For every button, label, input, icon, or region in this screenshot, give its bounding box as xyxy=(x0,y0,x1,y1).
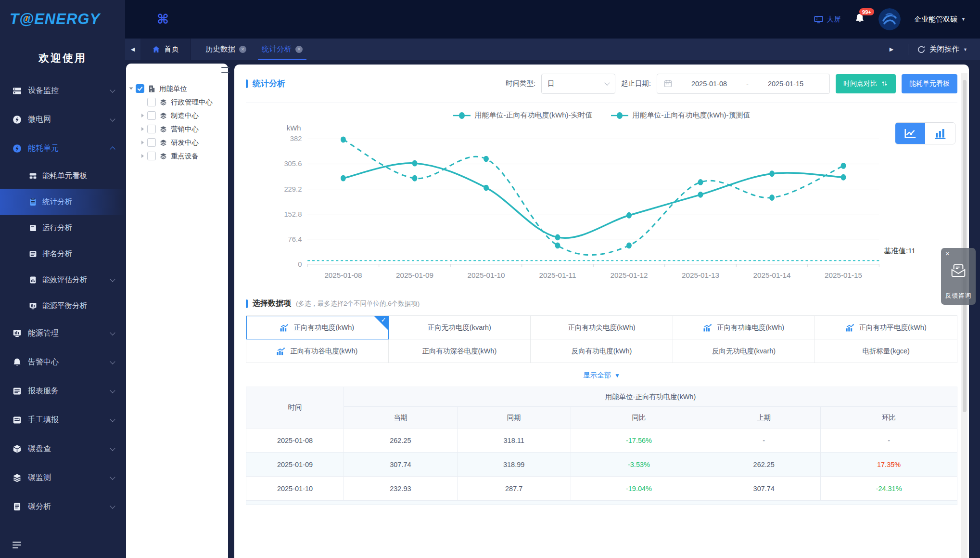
selector-note: (多选，最多选择2个不同单位的,6个数据项) xyxy=(296,299,420,308)
monitor-icon xyxy=(814,15,823,24)
tab-home[interactable]: 首页 xyxy=(140,39,191,60)
checkbox[interactable] xyxy=(147,111,156,120)
data-item-forward-reactive-energy[interactable]: 正向无功电度(kvarh) xyxy=(389,316,531,339)
sidebar-item-carbon-analysis[interactable]: 碳分析 xyxy=(0,492,125,521)
notifications-button[interactable]: 99+ xyxy=(854,13,865,26)
date-start[interactable]: 2025-01-08 xyxy=(691,80,727,88)
date-range-picker[interactable]: 2025-01-08 - 2025-01-15 xyxy=(657,74,830,94)
tree-node-key-equipment[interactable]: 重点设备 xyxy=(130,149,228,163)
time-compare-button[interactable]: 时间点对比 xyxy=(836,74,896,93)
data-item-coal-equivalent[interactable]: 电折标量(kgce) xyxy=(815,339,957,363)
sidebar-item-stats-analysis[interactable]: 统计分析 xyxy=(0,189,125,215)
sidebar-item-rank-analysis[interactable]: 排名分析 xyxy=(0,241,125,267)
cell-value: 318.99 xyxy=(457,453,571,477)
close-icon[interactable]: × xyxy=(945,249,950,258)
checkbox[interactable] xyxy=(147,98,156,106)
chevron-up-icon xyxy=(110,146,115,152)
cell-value: 307.74 xyxy=(707,477,821,501)
caret-icon[interactable] xyxy=(141,114,144,117)
sidebar-item-report-service[interactable]: 报表服务 xyxy=(0,376,125,405)
scrollbar[interactable] xyxy=(961,73,967,558)
tree-node-manufacture-center[interactable]: 制造中心 xyxy=(130,109,228,122)
data-item-forward-active-deep-valley[interactable]: 正向有功深谷电度(kWh) xyxy=(389,339,531,363)
feedback-widget[interactable]: × 反馈咨询 xyxy=(941,248,976,305)
data-item-forward-active-peak[interactable]: 正向有功峰电度(kWh) xyxy=(673,316,815,339)
legend-item[interactable]: 用能单位-正向有功电度(kWh)-预测值 xyxy=(611,111,751,120)
org-switcher[interactable]: 企业能管双碳▼ xyxy=(914,15,966,24)
stats-table: 时间用能单位-正向有功电度(kWh)当期同期同比上期环比 2025-01-082… xyxy=(246,387,957,501)
table-row[interactable]: 2025-01-09307.74318.99-3.53%262.2517.35% xyxy=(246,453,957,477)
tabs-scroll-left-button[interactable]: ◀ xyxy=(125,46,140,52)
caret-icon[interactable] xyxy=(141,127,144,131)
close-icon[interactable]: × xyxy=(239,46,246,53)
line-chart-button[interactable] xyxy=(895,123,925,144)
caret-icon[interactable] xyxy=(141,141,144,144)
date-end[interactable]: 2025-01-15 xyxy=(768,80,803,88)
sidebar-item-energy-unit[interactable]: 能耗单元 xyxy=(0,134,125,163)
tree-node-admin-center[interactable]: 行政管理中心 xyxy=(130,95,228,109)
tree-node-energy-org[interactable]: 用能单位 xyxy=(130,82,228,95)
svg-text:2025-01-10: 2025-01-10 xyxy=(467,271,505,279)
sidebar-item-carbon-monitor[interactable]: 碳监测 xyxy=(0,463,125,492)
line-chart[interactable]: 076.4152.8229.2305.63822025-01-082025-01… xyxy=(246,122,957,287)
checkbox[interactable] xyxy=(147,138,156,147)
bolt-circle-icon xyxy=(13,115,22,124)
bell-icon xyxy=(13,358,22,367)
app-logo: T@ENERGY xyxy=(0,0,125,39)
tabs-scroll-right-button[interactable]: ▶ xyxy=(884,46,899,52)
sidebar-item-energy-eval-analysis[interactable]: 能效评估分析 xyxy=(0,267,125,293)
caret-icon[interactable] xyxy=(129,88,133,90)
close-ops-dropdown[interactable]: 关闭操作 ▼ xyxy=(917,44,980,54)
chevron-down-icon xyxy=(110,445,115,451)
tree-node-marketing-center[interactable]: 营销中心 xyxy=(130,122,228,136)
command-icon[interactable]: ⌘ xyxy=(157,12,169,27)
sidebar-item-microgrid[interactable]: 微电网 xyxy=(0,105,125,134)
topbar: ⌘ 大屏 99+ 企业能管双碳▼ xyxy=(125,0,980,39)
sidebar-item-label: 统计分析 xyxy=(42,197,115,207)
selector-header: 选择数据项 (多选，最多选择2个不同单位的,6个数据项) xyxy=(246,298,957,309)
table-row[interactable]: 2025-01-08262.25318.11-17.56%-- xyxy=(246,428,957,453)
legend-item[interactable]: 用能单位-正向有功电度(kWh)-实时值 xyxy=(453,111,593,120)
data-item-forward-active-sharp[interactable]: 正向有功尖电度(kWh) xyxy=(531,316,673,339)
col-sub-3: 上期 xyxy=(707,407,821,428)
kanban-icon xyxy=(29,172,37,180)
close-icon[interactable]: × xyxy=(295,46,303,53)
org-tree: 用能单位行政管理中心制造中心营销中心研发中心重点设备 xyxy=(126,82,228,163)
sidebar-item-manual-report[interactable]: 手工填报 xyxy=(0,405,125,434)
checkbox[interactable] xyxy=(147,152,156,160)
scrollbar-thumb[interactable] xyxy=(963,80,967,412)
bar-chart-button[interactable] xyxy=(925,123,955,144)
sidebar-item-energy-unit-board[interactable]: 能耗单元看板 xyxy=(0,163,125,189)
table-row[interactable]: 2025-01-10232.93287.7-19.04%307.74-24.31… xyxy=(246,477,957,501)
sidebar-item-device-monitoring[interactable]: 设备监控 xyxy=(0,76,125,105)
avatar[interactable] xyxy=(878,8,901,30)
big-screen-button[interactable]: 大屏 xyxy=(814,15,841,24)
show-all-button[interactable]: 显示全部 ▼ xyxy=(246,371,957,380)
tab-stats-analysis[interactable]: 统计分析× xyxy=(254,39,310,60)
tabbar-right: ▶ 关闭操作 ▼ xyxy=(884,39,980,60)
sidebar-item-energy-balance-analysis[interactable]: 能源平衡分析 xyxy=(0,293,125,319)
checkbox[interactable] xyxy=(136,84,144,93)
sidebar-item-energy-mgmt[interactable]: 能源管理 xyxy=(0,319,125,348)
line-chart-icon xyxy=(904,128,917,140)
layers-sm-icon xyxy=(159,98,167,106)
tree-node-rd-center[interactable]: 研发中心 xyxy=(130,136,228,149)
sidebar-collapse-button[interactable] xyxy=(0,532,125,558)
tree-node-label: 行政管理中心 xyxy=(171,98,213,107)
sidebar-item-carbon-inventory[interactable]: 碳盘查 xyxy=(0,434,125,463)
caret-icon[interactable] xyxy=(141,154,144,158)
layers-sm-icon xyxy=(159,112,167,120)
time-type-select[interactable]: 日 xyxy=(541,74,615,94)
data-item-label: 正向有功谷电度(kWh) xyxy=(290,347,357,356)
data-item-forward-active-valley[interactable]: 正向有功谷电度(kWh) xyxy=(246,339,389,363)
data-item-forward-active-flat[interactable]: 正向有功平电度(kWh) xyxy=(815,316,957,339)
tab-history-data[interactable]: 历史数据× xyxy=(198,39,254,60)
data-item-forward-active-energy[interactable]: 正向有功电度(kWh) xyxy=(246,316,389,339)
content: 用能单位行政管理中心制造中心营销中心研发中心重点设备 统计分析 时间类型: 日 … xyxy=(125,60,980,558)
checkbox[interactable] xyxy=(147,125,156,133)
data-item-reverse-active-energy[interactable]: 反向有功电度(kWh) xyxy=(531,339,673,363)
data-item-reverse-reactive-energy[interactable]: 反向无功电度(kvarh) xyxy=(673,339,815,363)
sidebar-item-run-analysis[interactable]: 运行分析 xyxy=(0,215,125,241)
energy-unit-board-button[interactable]: 能耗单元看板 xyxy=(902,74,957,93)
sidebar-item-alarm-center[interactable]: 告警中心 xyxy=(0,348,125,376)
